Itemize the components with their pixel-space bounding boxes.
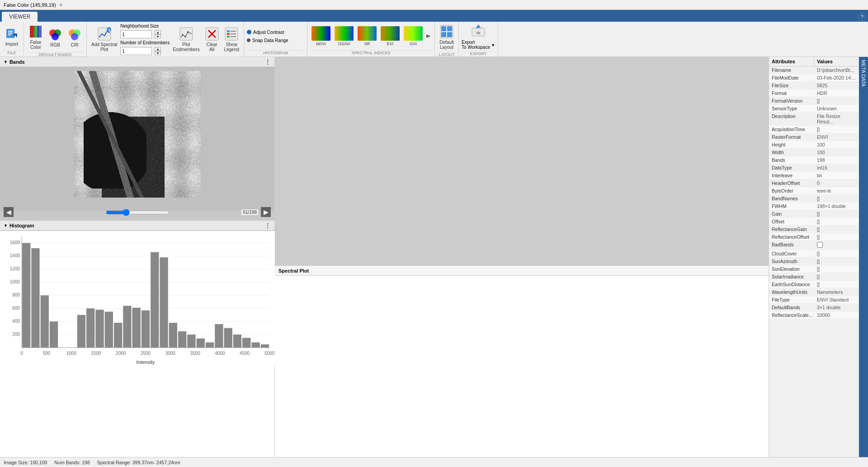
spectral-range-status: Spectral Range: 399.37nm- 2457.24nm: [97, 460, 180, 465]
export-dropdown-arrow[interactable]: ▼: [491, 43, 495, 47]
add-spectral-plot-label: Add SpectralPlot: [91, 42, 117, 52]
attr-value-0: D:\jobarchive\Bi...: [814, 66, 859, 74]
band-slider-container: [106, 209, 169, 217]
histogram-title: Histogram: [9, 223, 34, 228]
band-slider[interactable]: [106, 209, 169, 216]
default-layout-label: DefaultLayout: [439, 40, 454, 50]
help-button[interactable]: ?: [858, 13, 866, 21]
ndvi-button[interactable]: NDVI: [310, 25, 332, 47]
show-legend-button[interactable]: ShowLegend: [222, 26, 241, 53]
export-workspace-button[interactable]: ExportTo Workspace ▼: [462, 24, 495, 50]
attr-value-17: 198×1 double: [814, 203, 859, 210]
false-color-tab-label: False Color (145,99,19): [4, 2, 56, 8]
evi-icon: [381, 26, 400, 41]
sr-button[interactable]: SR: [356, 25, 378, 47]
export-group-label: EXPORT: [462, 51, 495, 57]
snap-data-range-item[interactable]: Snap Data Range: [247, 38, 288, 43]
histogram-more-button[interactable]: ⋮: [264, 222, 271, 229]
tabbar: VIEWER ?: [0, 10, 868, 22]
plot-endmembers-button[interactable]: PlotEndmembers: [171, 26, 201, 53]
gvi-label: GVI: [410, 42, 417, 46]
attr-row-3: FormatHDR: [769, 90, 859, 97]
neighborhood-size-down[interactable]: ▼: [155, 34, 161, 38]
attr-row-27: EarthSunDistance[]: [769, 281, 859, 288]
false-color-button[interactable]: FalseColor: [27, 24, 45, 51]
evi-button[interactable]: EVI: [379, 25, 401, 47]
cir-button[interactable]: CIR: [66, 26, 84, 48]
attr-row-30: DefaultBands3×1 double: [769, 304, 859, 311]
false-color-label: FalseColor: [30, 40, 41, 50]
num-endmembers-spinner[interactable]: ▲ ▼: [155, 47, 161, 55]
attributes-col1-header: Attributes: [769, 57, 814, 66]
ndvi-icon: [311, 26, 330, 41]
cir-label: CIR: [71, 42, 78, 47]
import-button[interactable]: Import: [3, 25, 21, 47]
bands-more-button[interactable]: ⋮: [264, 58, 271, 66]
attr-name-11: Bands: [769, 156, 814, 164]
attr-row-13: Interleavebil: [769, 172, 859, 179]
bad-bands-checkbox[interactable]: [817, 242, 823, 248]
rgb-button[interactable]: RGB: [46, 26, 64, 48]
export-group: ExportTo Workspace ▼ EXPORT: [459, 22, 498, 57]
default-layout-button[interactable]: DefaultLayout: [438, 24, 456, 51]
attr-row-15: ByteOrderieee-le: [769, 187, 859, 195]
sr-label: SR: [364, 42, 370, 46]
num-endmembers-input[interactable]: [120, 47, 152, 55]
spectral-indices-expand[interactable]: [425, 25, 432, 47]
neighborhood-size-up[interactable]: ▲: [155, 30, 161, 34]
attr-row-10: Width100: [769, 149, 859, 156]
false-color-tab-close[interactable]: ×: [60, 2, 63, 8]
neighborhood-size-input[interactable]: [120, 30, 152, 38]
clear-all-button[interactable]: ClearAll: [203, 26, 221, 53]
gvi-button[interactable]: GVI: [402, 25, 424, 47]
false-color-canvas: [275, 67, 769, 276]
osavi-icon: [335, 26, 354, 41]
svg-rect-35: [447, 26, 452, 31]
attr-value-6: File Resize Resul...: [814, 113, 859, 125]
band-next-button[interactable]: ▶: [261, 207, 271, 217]
svg-point-14: [71, 33, 78, 40]
attr-name-3: Format: [769, 90, 814, 97]
osavi-button[interactable]: OSAVI: [333, 25, 355, 47]
attr-row-2: FileSize5825: [769, 82, 859, 90]
adjust-contrast-item[interactable]: Adjust Contrast: [247, 30, 288, 35]
meta-sidebar[interactable]: META DATA: [859, 57, 868, 457]
attr-name-12: DataType: [769, 164, 814, 171]
spectral-canvas: [275, 276, 769, 457]
cir-icon: [67, 27, 82, 42]
clear-all-label: ClearAll: [207, 42, 217, 52]
tab-viewer[interactable]: VIEWER: [2, 12, 38, 22]
attr-row-14: HeaderOffset0: [769, 179, 859, 187]
attr-row-16: BandNames[]: [769, 195, 859, 203]
file-group-label: FILE: [3, 50, 21, 57]
attr-name-9: Height: [769, 141, 814, 148]
attr-row-11: Bands198: [769, 156, 859, 164]
svg-point-20: [184, 36, 186, 38]
false-color-tab: False Color (145,99,19) ×: [0, 0, 868, 10]
svg-rect-34: [441, 26, 446, 31]
attr-row-22: BadBands: [769, 241, 859, 250]
bands-section-header[interactable]: ▼ Bands ⋮: [0, 57, 274, 67]
histogram-group-label: HISTOGRAM: [247, 50, 304, 57]
svg-marker-39: [476, 24, 481, 28]
attr-name-17: FWHM: [769, 203, 814, 210]
attr-value-26: []: [814, 273, 859, 280]
import-icon: [5, 26, 19, 41]
histogram-group: Adjust Contrast Snap Data Range HISTOGRA…: [244, 22, 307, 57]
attr-value-10: 100: [814, 149, 859, 156]
rgb-label: RGB: [50, 42, 60, 47]
band-prev-button[interactable]: ◀: [4, 207, 14, 217]
show-legend-icon: [224, 27, 239, 41]
attr-row-24: SunAzimuth[]: [769, 258, 859, 265]
attr-name-19: Offset: [769, 218, 814, 225]
attr-name-0: Filename: [769, 66, 814, 74]
num-endmembers-up[interactable]: ▲: [155, 47, 161, 51]
add-spectral-plot-button[interactable]: + Add SpectralPlot: [90, 26, 119, 53]
num-endmembers-down[interactable]: ▼: [155, 51, 161, 55]
histogram-section-header[interactable]: ▼ Histogram ⋮: [0, 221, 274, 231]
attr-name-22: BadBands: [769, 241, 814, 250]
attr-row-31: ReflectanceScale...10000: [769, 311, 859, 319]
spectral-controls: Neighborhood Size ▲ ▼ Number of Endmembe…: [120, 24, 170, 55]
rgb-icon: [48, 27, 62, 42]
neighborhood-size-spinner[interactable]: ▲ ▼: [155, 30, 161, 38]
